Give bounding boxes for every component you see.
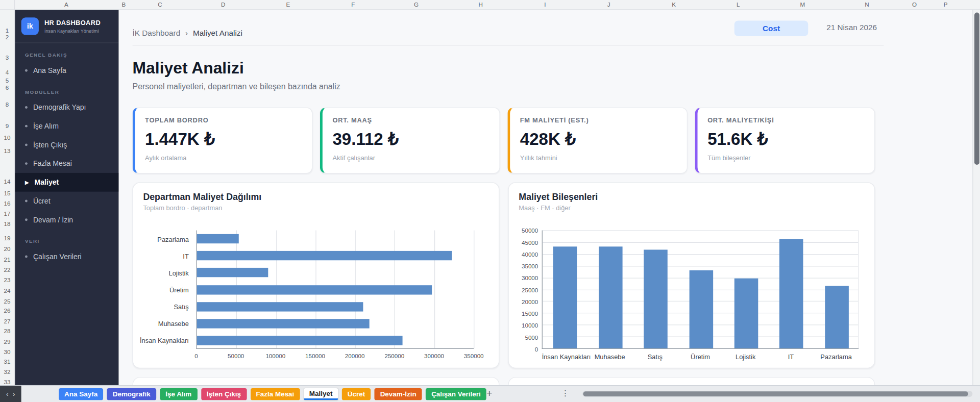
column-header-D[interactable]: D	[221, 1, 225, 8]
sheet-tab-i-ten-k[interactable]: İşten Çıkış	[201, 388, 247, 400]
sheet-tab-al-an-verileri[interactable]: Çalışan Verileri	[426, 388, 486, 400]
row-header-18[interactable]: 18	[0, 220, 14, 227]
row-header-5[interactable]: 5	[0, 77, 14, 84]
column-header-J[interactable]: J	[607, 1, 610, 8]
category-label: Lojistik	[133, 269, 189, 277]
row-header-9[interactable]: 9	[0, 122, 14, 129]
sidebar-item-al-an-verileri[interactable]: Çalışan Verileri	[15, 247, 118, 266]
gridline	[434, 231, 435, 348]
sheet-tab-maliyet[interactable]: Maliyet	[304, 388, 338, 400]
row-header-4[interactable]: 4	[0, 69, 14, 76]
column-header-G[interactable]: G	[414, 1, 419, 8]
breadcrumb-current: Maliyet Analizi	[193, 29, 242, 37]
row-header-16[interactable]: 16	[0, 200, 14, 207]
sheet-tab-devam-i-zin[interactable]: Devam-İzin	[375, 388, 422, 400]
row-header-15[interactable]: 15	[0, 190, 14, 196]
row-header-17[interactable]: 17	[0, 210, 14, 217]
bar-it	[197, 251, 452, 260]
bullet-icon	[25, 106, 28, 109]
column-header-N[interactable]: N	[865, 1, 869, 8]
sidebar-item-fazla-mesai[interactable]: Fazla Mesai	[15, 154, 118, 173]
sidebar-item-label: Maliyet	[35, 179, 59, 186]
row-header-3[interactable]: 3	[0, 54, 14, 61]
column-header-A[interactable]: A	[64, 1, 68, 8]
column-header-I[interactable]: I	[544, 1, 546, 8]
sidebar-item-devam-i-zin[interactable]: Devam / İzin	[15, 210, 118, 229]
row-header-29[interactable]: 29	[0, 338, 14, 345]
column-header-E[interactable]: E	[286, 1, 290, 8]
column-header-C[interactable]: C	[158, 1, 162, 8]
row-header-1[interactable]: 1	[0, 27, 14, 34]
row-header-30[interactable]: 30	[0, 348, 14, 355]
bar-retim	[689, 270, 713, 348]
horizontal-scrollbar[interactable]	[582, 391, 972, 397]
sidebar-item-demografik-yap[interactable]: Demografik Yapı	[15, 98, 118, 117]
row-header-19[interactable]: 19	[0, 235, 14, 241]
breadcrumb-root[interactable]: İK Dashboard	[133, 29, 181, 37]
sidebar-item-i-e-al-m[interactable]: İşe Alım	[15, 117, 118, 136]
vertical-scrollbar-thumb[interactable]	[974, 12, 979, 165]
column-header-M[interactable]: M	[800, 1, 805, 8]
sidebar-item-maliyet[interactable]: ▶Maliyet	[15, 173, 118, 192]
row-header-32[interactable]: 32	[0, 368, 14, 375]
bar-retim	[197, 285, 432, 294]
category-label: İnsan Kaynakları	[133, 337, 189, 344]
row-header-23[interactable]: 23	[0, 277, 14, 283]
y-tick-label: 0	[535, 346, 538, 353]
select-all-corner[interactable]	[0, 0, 15, 10]
column-header-F[interactable]: F	[351, 1, 355, 8]
kpi-label: FM MALİYETİ (EST.)	[520, 116, 677, 124]
add-sheet-button[interactable]: +	[482, 387, 496, 401]
category-label: Muhasebe	[587, 353, 632, 360]
column-header-O[interactable]: O	[912, 1, 917, 8]
row-header-10[interactable]: 10	[0, 134, 14, 141]
row-header-22[interactable]: 22	[0, 266, 14, 273]
column-header-B[interactable]: B	[122, 1, 126, 8]
overflow-menu-icon[interactable]: ⋮	[561, 388, 570, 397]
column-header-H[interactable]: H	[478, 1, 482, 8]
row-header-6[interactable]: 6	[0, 84, 14, 91]
column-header-P[interactable]: P	[944, 1, 948, 8]
row-header-8[interactable]: 8	[0, 101, 14, 108]
vertical-scrollbar[interactable]	[972, 10, 980, 385]
x-tick-label: 300000	[424, 353, 444, 359]
row-header-28[interactable]: 28	[0, 328, 14, 334]
sheet-tab-fazla-mesai[interactable]: Fazla Mesai	[250, 388, 300, 400]
bullet-icon	[25, 125, 28, 128]
kpi-card-ort-maa: ORT. MAAŞ39.112 ₺Aktif çalışanlar	[320, 107, 500, 173]
category-label: Üretim	[133, 286, 189, 293]
page-title: Maliyet Analizi	[133, 59, 244, 78]
prev-sheet-icon[interactable]: ‹	[6, 390, 8, 398]
sidebar-item-cret[interactable]: Ücret	[15, 192, 118, 211]
kpi-row: TOPLAM BORDRO1.447K ₺Aylık ortalamaORT. …	[133, 107, 875, 173]
next-sheet-icon[interactable]: ›	[13, 390, 15, 398]
row-header-25[interactable]: 25	[0, 298, 14, 305]
row-header-24[interactable]: 24	[0, 287, 14, 294]
sidebar-item-label: İşe Alım	[33, 122, 59, 130]
sheet-tab-i-e-al-m[interactable]: İşe Alım	[160, 388, 197, 400]
row-header-13[interactable]: 13	[0, 147, 14, 154]
cost-button[interactable]: Cost	[734, 20, 808, 36]
row-header-33[interactable]: 33	[0, 379, 14, 385]
sheet-tab-ana-sayfa[interactable]: Ana Sayfa	[59, 388, 103, 400]
column-header-L[interactable]: L	[737, 1, 740, 8]
sidebar-item-ana-sayfa[interactable]: Ana Sayfa	[15, 61, 118, 80]
category-label: Pazarlama	[814, 353, 859, 360]
row-header-27[interactable]: 27	[0, 318, 14, 324]
y-axis-category-labels: PazarlamaITLojistikÜretimSatışMuhasebeİn…	[133, 231, 192, 349]
row-header-31[interactable]: 31	[0, 358, 14, 365]
row-header-26[interactable]: 26	[0, 307, 14, 314]
kpi-sub: Aktif çalışanlar	[332, 154, 489, 162]
row-header-2[interactable]: 2	[0, 34, 14, 40]
row-header-20[interactable]: 20	[0, 245, 14, 252]
sheet-tab-cret[interactable]: Ücret	[342, 388, 371, 400]
y-axis-tick-labels: 0500010000150002000025000300003500040000…	[509, 183, 538, 368]
horizontal-scrollbar-thumb[interactable]	[583, 391, 968, 396]
sheet-tab-demografik[interactable]: Demografik	[107, 388, 156, 400]
column-header-K[interactable]: K	[672, 1, 676, 8]
kpi-value: 1.447K ₺	[145, 129, 302, 149]
gridline	[474, 231, 474, 348]
sidebar-item-i-ten-k[interactable]: İşten Çıkış	[15, 136, 118, 155]
row-header-21[interactable]: 21	[0, 256, 14, 263]
row-header-14[interactable]: 14	[0, 178, 14, 185]
